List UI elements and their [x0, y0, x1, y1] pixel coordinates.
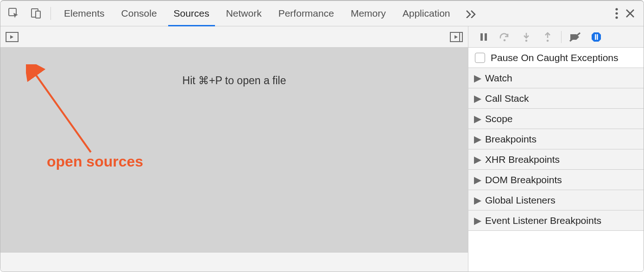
content-area: Hit ⌘+P to open a file open sources [0, 26, 644, 272]
pause-on-exceptions-icon[interactable] [587, 29, 606, 45]
deactivate-breakpoints-icon[interactable] [565, 29, 585, 45]
panel-xhr-breakpoints[interactable]: ▶ XHR Breakpoints [468, 149, 644, 170]
tab-elements[interactable]: Elements [56, 1, 113, 26]
close-icon[interactable] [625, 8, 635, 19]
svg-point-5 [615, 16, 618, 19]
tab-performance[interactable]: Performance [270, 1, 342, 26]
tabstrip: Elements Console Sources Network Perform… [0, 1, 644, 26]
panel-label: DOM Breakpoints [485, 174, 562, 185]
panel-breakpoints[interactable]: ▶ Breakpoints [468, 129, 644, 149]
panel-scope[interactable]: ▶ Scope [468, 109, 644, 129]
disclosure-triangle-icon: ▶ [474, 134, 481, 145]
svg-rect-10 [480, 33, 483, 41]
step-into-icon[interactable] [517, 29, 536, 45]
disclosure-triangle-icon: ▶ [474, 73, 481, 84]
svg-point-3 [615, 8, 618, 10]
debugger-sidebar: Pause On Caught Exceptions ▶ Watch ▶ Cal… [468, 26, 644, 272]
svg-rect-20 [597, 34, 598, 40]
sources-body: Hit ⌘+P to open a file open sources [0, 48, 468, 252]
annotation-arrow [26, 64, 114, 161]
sources-subtoolbar [0, 26, 468, 48]
tabstrip-right-controls [615, 7, 640, 19]
svg-rect-11 [485, 33, 487, 41]
svg-line-9 [34, 73, 91, 152]
disclosure-triangle-icon: ▶ [474, 215, 481, 226]
panel-label: Scope [485, 113, 513, 124]
step-out-icon[interactable] [538, 29, 557, 45]
panel-label: Event Listener Breakpoints [485, 215, 601, 226]
panel-watch[interactable]: ▶ Watch [468, 68, 644, 88]
panel-label: Breakpoints [485, 134, 537, 145]
disclosure-triangle-icon: ▶ [474, 113, 481, 124]
disclosure-triangle-icon: ▶ [474, 93, 481, 104]
pause-on-caught-label: Pause On Caught Exceptions [491, 52, 619, 63]
disclosure-triangle-icon: ▶ [474, 195, 481, 206]
svg-rect-19 [595, 34, 596, 40]
open-file-hint: Hit ⌘+P to open a file [183, 74, 286, 87]
disclosure-triangle-icon: ▶ [474, 154, 481, 165]
device-toolbar-icon[interactable] [26, 4, 46, 23]
inspect-element-icon[interactable] [4, 4, 24, 23]
panel-label: XHR Breakpoints [485, 154, 560, 165]
tab-overflow-icon[interactable] [458, 1, 483, 26]
disclosure-triangle-icon: ▶ [474, 174, 481, 185]
tab-application[interactable]: Application [394, 1, 459, 26]
svg-rect-2 [36, 11, 40, 18]
tab-list: Elements Console Sources Network Perform… [56, 1, 483, 26]
svg-point-14 [525, 39, 528, 42]
debug-toolbar [468, 26, 644, 48]
devtools-window: Elements Console Sources Network Perform… [0, 0, 644, 272]
pause-on-caught-row[interactable]: Pause On Caught Exceptions [468, 48, 644, 68]
sources-footer [0, 252, 468, 272]
sources-pane: Hit ⌘+P to open a file open sources [0, 26, 468, 272]
svg-point-4 [615, 12, 618, 14]
panel-dom-breakpoints[interactable]: ▶ DOM Breakpoints [468, 170, 644, 190]
separator [561, 31, 562, 43]
tab-sources[interactable]: Sources [165, 1, 218, 26]
more-options-icon[interactable] [615, 7, 619, 19]
show-debugger-icon[interactable] [449, 31, 463, 43]
show-navigator-icon[interactable] [5, 31, 19, 43]
svg-marker-18 [592, 32, 601, 42]
panel-label: Watch [485, 73, 512, 84]
panel-event-listener-breakpoints[interactable]: ▶ Event Listener Breakpoints [468, 210, 644, 231]
separator [51, 7, 51, 20]
svg-point-12 [504, 39, 506, 41]
annotation-label: open sources [47, 153, 143, 170]
tab-console[interactable]: Console [113, 1, 165, 26]
panel-label: Call Stack [485, 93, 529, 104]
tab-memory[interactable]: Memory [342, 1, 394, 26]
pause-resume-icon[interactable] [474, 29, 493, 45]
svg-point-16 [547, 39, 549, 42]
panel-call-stack[interactable]: ▶ Call Stack [468, 88, 644, 109]
tab-network[interactable]: Network [218, 1, 270, 26]
panel-label: Global Listeners [485, 195, 556, 206]
panel-global-listeners[interactable]: ▶ Global Listeners [468, 190, 644, 210]
step-over-icon[interactable] [495, 29, 515, 45]
pause-on-caught-checkbox[interactable] [475, 53, 485, 63]
